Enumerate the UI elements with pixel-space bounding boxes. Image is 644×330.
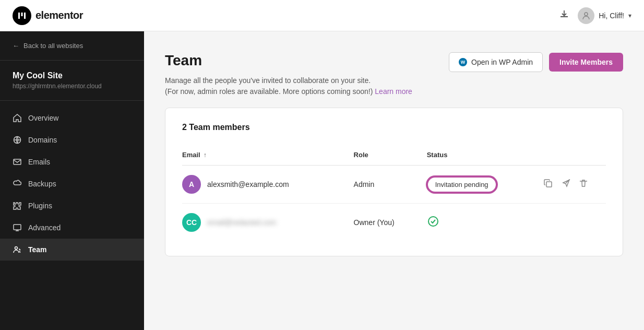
site-name: My Cool Site xyxy=(13,71,132,80)
topbar-right: Hi, Cliff! ▾ xyxy=(559,7,631,24)
user-menu[interactable]: Hi, Cliff! ▾ xyxy=(578,7,631,24)
page-header-left: Team Manage all the people you've invite… xyxy=(165,52,412,97)
mail-icon xyxy=(13,157,22,167)
user-greeting: Hi, Cliff! xyxy=(599,11,624,20)
learn-more-link[interactable]: Learn more xyxy=(375,87,412,96)
back-arrow-icon: ← xyxy=(13,42,19,50)
role-cell: Owner (You) xyxy=(354,204,427,242)
team-table: Email ↑ Role Status xyxy=(182,145,606,241)
send-icon[interactable] xyxy=(561,179,570,190)
wp-admin-button[interactable]: W Open in WP Admin xyxy=(449,52,543,72)
sidebar-item-domains[interactable]: Domains xyxy=(0,129,144,151)
avatar xyxy=(578,7,594,24)
svg-rect-6 xyxy=(14,225,21,230)
download-icon[interactable] xyxy=(559,9,569,22)
svg-point-3 xyxy=(585,13,588,16)
table-row: A alexsmith@example.com Admin Invitation… xyxy=(182,166,606,204)
team-card: 2 Team members Email ↑ Role xyxy=(165,108,623,256)
sidebar-item-backups[interactable]: Backups xyxy=(0,173,144,195)
action-cell xyxy=(543,204,606,242)
avatar: A xyxy=(182,175,201,194)
invitation-pending-badge: Invitation pending xyxy=(427,176,497,193)
status-cell: Invitation pending xyxy=(427,166,543,204)
site-url: https://ghlrmtnn.elementor.cloud xyxy=(13,82,132,90)
site-info: My Cool Site https://ghlrmtnn.elementor.… xyxy=(0,61,144,101)
svg-rect-2 xyxy=(24,13,26,19)
sidebar-item-emails[interactable]: Emails xyxy=(0,151,144,173)
sidebar-item-advanced[interactable]: Advanced xyxy=(0,217,144,239)
sidebar-nav: Overview Domains Email xyxy=(0,101,144,267)
owner-email: email@redacted.com xyxy=(207,218,277,227)
svg-rect-0 xyxy=(18,13,20,19)
email-cell: A alexsmith@example.com xyxy=(182,166,354,204)
table-row: CC email@redacted.com Owner (You) xyxy=(182,204,606,242)
monitor-icon xyxy=(13,223,22,232)
globe-icon xyxy=(13,135,22,145)
verified-icon xyxy=(427,218,439,230)
status-cell xyxy=(427,204,543,242)
page-description: Manage all the people you've invited to … xyxy=(165,75,412,97)
svg-rect-8 xyxy=(546,182,552,187)
col-role: Role xyxy=(354,145,427,166)
sort-icon: ↑ xyxy=(204,151,207,159)
main-content: Team Manage all the people you've invite… xyxy=(144,31,644,330)
sidebar-item-overview[interactable]: Overview xyxy=(0,107,144,129)
role-cell: Admin xyxy=(354,166,427,204)
svg-point-9 xyxy=(428,217,438,226)
layout: ← Back to all websites My Cool Site http… xyxy=(0,31,644,330)
logo: elementor xyxy=(13,6,83,25)
svg-rect-5 xyxy=(14,159,21,164)
sidebar-item-plugins[interactable]: Plugins xyxy=(0,195,144,217)
cloud-icon xyxy=(13,179,22,188)
page-header: Team Manage all the people you've invite… xyxy=(165,52,623,97)
header-actions: W Open in WP Admin Invite Members xyxy=(449,52,623,72)
house-icon xyxy=(13,113,22,123)
back-to-websites[interactable]: ← Back to all websites xyxy=(0,31,144,61)
delete-icon[interactable] xyxy=(579,179,588,190)
sidebar-item-team[interactable]: Team xyxy=(0,239,144,261)
puzzle-icon xyxy=(13,201,22,210)
svg-rect-1 xyxy=(21,13,23,16)
col-actions xyxy=(543,145,606,166)
users-icon xyxy=(13,245,22,254)
copy-icon[interactable] xyxy=(543,179,553,190)
col-email[interactable]: Email ↑ xyxy=(182,145,354,166)
col-status: Status xyxy=(427,145,543,166)
sidebar: ← Back to all websites My Cool Site http… xyxy=(0,31,144,330)
action-cell xyxy=(543,166,606,204)
avatar: CC xyxy=(182,213,201,232)
email-cell: CC email@redacted.com xyxy=(182,204,354,242)
svg-point-7 xyxy=(15,247,18,250)
invite-members-button[interactable]: Invite Members xyxy=(549,53,623,72)
page-title: Team xyxy=(165,52,412,69)
team-count: 2 Team members xyxy=(182,123,606,132)
chevron-down-icon: ▾ xyxy=(628,12,631,19)
logo-text: elementor xyxy=(35,9,83,21)
action-icons xyxy=(543,179,598,190)
logo-icon xyxy=(13,6,31,25)
wordpress-icon: W xyxy=(459,58,467,66)
topbar: elementor Hi, Cliff! ▾ xyxy=(0,0,644,31)
